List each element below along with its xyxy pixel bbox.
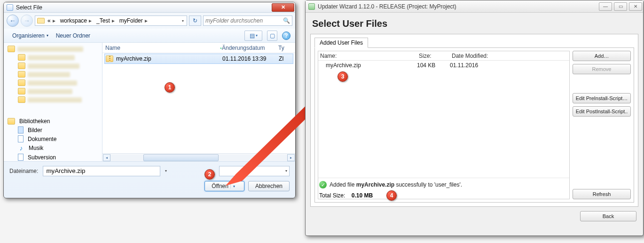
back-button[interactable]: ←: [7, 15, 19, 27]
breadcrumb-item[interactable]: workspace▸: [59, 16, 94, 25]
cancel-button[interactable]: Abbrechen: [248, 181, 290, 191]
scrollbar-thumb[interactable]: [143, 154, 219, 161]
tree-item[interactable]: Bilder: [8, 125, 102, 134]
blurred-item: [28, 72, 70, 77]
horizontal-scrollbar[interactable]: ◂ ▸: [102, 153, 295, 161]
back-button[interactable]: Back: [580, 211, 636, 221]
annotation-callout-3: 3: [338, 71, 348, 82]
remove-button[interactable]: Remove: [573, 64, 631, 74]
breadcrumb-item[interactable]: _Test▸: [95, 16, 118, 25]
table-row[interactable]: myArchive.zip 104 KB 01.11.2016: [318, 61, 569, 70]
column-size[interactable]: Size:: [419, 53, 452, 59]
refresh-button[interactable]: ↻: [189, 16, 201, 26]
annotation-callout-1: 1: [165, 82, 175, 93]
success-icon: ✓: [319, 181, 327, 188]
forward-button[interactable]: →: [21, 15, 33, 27]
annotation-callout-2: 2: [204, 169, 215, 180]
updater-wizard-window: Updater Wizard 1.12.0 - RELEASE (Project…: [305, 0, 644, 236]
tree-item-libraries[interactable]: Bibliotheken: [8, 117, 102, 125]
titlebar[interactable]: Updater Wizard 1.12.0 - RELEASE (Project…: [306, 0, 643, 13]
breadcrumb[interactable]: «▸ workspace▸ _Test▸ myFolder▸ ▾: [35, 16, 187, 26]
tab-content: Name: Size: Date Modified: myArchive.zip…: [314, 47, 634, 203]
cell-name: myArchive.zip: [326, 62, 417, 69]
folder-tree[interactable]: Bibliotheken Bilder Dokumente ♪Musik Sub…: [4, 43, 102, 161]
toolbar: Organisieren▾ Neuer Ordner ▤ ▾ ▢ ?: [4, 29, 295, 43]
breadcrumb-overflow[interactable]: «▸: [47, 16, 58, 25]
search-placeholder: myFolder durchsuchen: [205, 17, 263, 24]
tree-item[interactable]: Dokumente: [8, 134, 102, 143]
cell-date: 01.11.2016: [450, 62, 567, 69]
blurred-item: [17, 47, 83, 52]
app-icon: [308, 3, 315, 10]
folder-icon: [37, 18, 45, 24]
filename-dropdown-icon[interactable]: ▾: [165, 169, 167, 173]
file-table-area: Name: Size: Date Modified: myArchive.zip…: [318, 51, 570, 199]
nav-bar: ← → «▸ workspace▸ _Test▸ myFolder▸ ▾ ↻ m…: [4, 13, 295, 29]
filename-input[interactable]: [43, 166, 160, 176]
close-button[interactable]: ✕: [629, 2, 642, 11]
folder-icon: [18, 88, 25, 94]
titlebar[interactable]: Select File ✕: [4, 2, 295, 13]
table-header: Name: Size: Date Modified:: [318, 51, 569, 61]
file-row-selected[interactable]: myArchive.zip 01.11.2016 13:39 ZI: [104, 54, 293, 64]
app-icon: [7, 4, 13, 11]
page-heading: Select User Files: [306, 13, 643, 34]
column-date[interactable]: Date Modified:: [452, 53, 567, 59]
wizard-footer: Back: [306, 207, 643, 226]
add-button[interactable]: Add…: [573, 51, 631, 61]
new-folder-button[interactable]: Neuer Ordner: [52, 31, 94, 40]
column-name[interactable]: Name ▴: [105, 45, 222, 51]
annotation-callout-4: 4: [386, 190, 397, 201]
folder-icon: [18, 54, 25, 61]
folder-icon: [18, 71, 25, 78]
file-type: ZI: [279, 55, 288, 62]
preview-pane-button[interactable]: ▢: [267, 31, 277, 41]
document-icon: [18, 154, 24, 161]
select-file-dialog: Select File ✕ ← → «▸ workspace▸ _Test▸ m…: [3, 2, 296, 198]
music-icon: ♪: [18, 144, 24, 152]
edit-postinstall-button[interactable]: Edit PostInstall-Script..: [573, 106, 631, 117]
filename-label: Dateiname:: [9, 168, 38, 174]
file-list: Name ▴ Änderungsdatum Ty myArchive.zip 0…: [102, 43, 295, 161]
tab-added-user-files[interactable]: Added User Files: [314, 38, 368, 48]
tree-item[interactable]: Subversion: [8, 153, 102, 161]
file-date: 01.11.2016 13:39: [222, 55, 279, 62]
file-name: myArchive.zip: [116, 55, 151, 62]
column-headers[interactable]: Name ▴ Änderungsdatum Ty: [102, 43, 295, 53]
history-dropdown-icon[interactable]: ▾: [180, 19, 186, 23]
scroll-right-icon[interactable]: ▸: [287, 154, 295, 161]
blurred-item: [28, 80, 77, 86]
window-title: Select File: [16, 4, 272, 11]
blurred-item: [28, 55, 75, 60]
folder-icon: [8, 46, 15, 52]
zip-icon: [106, 55, 113, 62]
edit-preinstall-button[interactable]: Edit PreInstall-Script…: [573, 93, 631, 103]
close-button[interactable]: ✕: [272, 3, 294, 12]
open-button[interactable]: Öffnen▾: [204, 181, 244, 191]
file-filter-dropdown[interactable]: ▾: [219, 166, 290, 176]
tree-item[interactable]: ♪Musik: [8, 143, 102, 153]
breadcrumb-item[interactable]: myFolder▸: [118, 16, 150, 25]
cell-size: 104 KB: [417, 62, 450, 69]
scroll-left-icon[interactable]: ◂: [103, 154, 110, 161]
filename-row: Dateiname: ▾ ▾: [4, 161, 295, 180]
window-title: Updater Wizard 1.12.0 - RELEASE (Project…: [318, 3, 599, 10]
blurred-item: [28, 97, 82, 102]
libraries-icon: [8, 118, 15, 125]
column-type[interactable]: Ty: [278, 45, 288, 51]
search-input[interactable]: myFolder durchsuchen 🔍: [203, 16, 292, 26]
view-options-button[interactable]: ▤ ▾: [244, 31, 262, 41]
help-icon[interactable]: ?: [282, 31, 291, 40]
total-size: Total Size: 0.10 MB: [318, 189, 569, 199]
column-date[interactable]: Änderungsdatum: [222, 45, 278, 51]
refresh-button[interactable]: Refresh: [573, 189, 631, 199]
folder-icon: [18, 96, 25, 103]
search-icon: 🔍: [283, 17, 290, 24]
folder-icon: [18, 63, 25, 69]
organize-menu[interactable]: Organisieren▾: [8, 31, 52, 40]
column-name[interactable]: Name:: [320, 53, 419, 59]
dialog-body: Bibliotheken Bilder Dokumente ♪Musik Sub…: [4, 43, 295, 161]
document-icon: [18, 135, 24, 142]
minimize-button[interactable]: —: [599, 2, 612, 11]
maximize-button[interactable]: ▭: [614, 2, 627, 11]
